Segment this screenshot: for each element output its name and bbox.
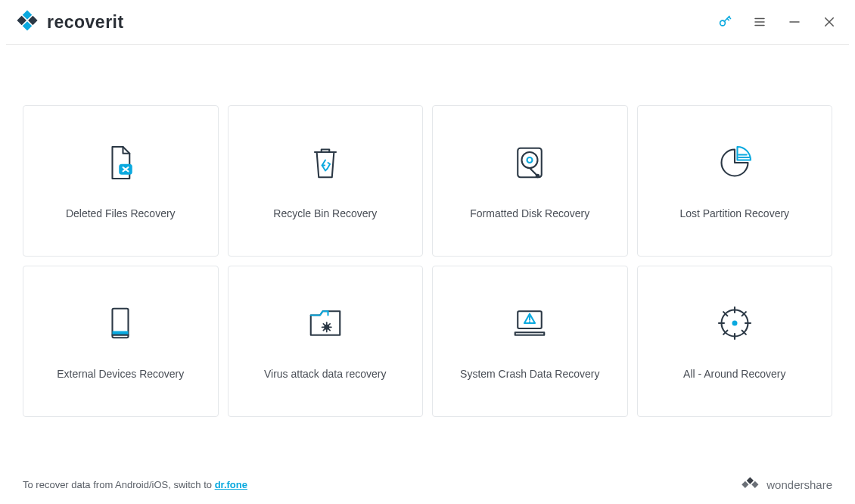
menu-button[interactable] <box>752 14 767 30</box>
svg-point-14 <box>527 157 533 163</box>
compass-icon <box>714 297 756 350</box>
partition-pie-icon <box>714 136 756 189</box>
disk-icon <box>508 136 551 189</box>
card-deleted-files[interactable]: Deleted Files Recovery <box>23 105 219 257</box>
window-controls <box>717 14 837 30</box>
close-button[interactable] <box>822 14 837 30</box>
card-lost-partition[interactable]: Lost Partition Recovery <box>637 105 833 257</box>
card-label: Lost Partition Recovery <box>679 207 789 219</box>
crash-laptop-icon <box>508 297 551 350</box>
card-virus-attack[interactable]: Virus attack data recovery <box>228 266 424 417</box>
card-system-crash[interactable]: System Crash Data Recovery <box>432 266 628 417</box>
company-brand: wondershare <box>741 476 832 493</box>
card-all-around[interactable]: All - Around Recovery <box>637 266 833 417</box>
device-icon <box>99 297 141 350</box>
svg-point-28 <box>529 321 530 322</box>
card-label: Recycle Bin Recovery <box>273 207 377 219</box>
minimize-button[interactable] <box>787 14 802 30</box>
recycle-bin-icon <box>304 136 347 189</box>
brand-name: recoverit <box>47 12 124 33</box>
logo-icon <box>15 8 39 36</box>
card-label: System Crash Data Recovery <box>460 368 599 380</box>
recovery-options-grid: Deleted Files Recovery Recycle Bin Recov… <box>0 45 855 417</box>
activate-key-button[interactable] <box>717 14 732 30</box>
app-header: recoverit <box>0 0 855 44</box>
card-external-devices[interactable]: External Devices Recovery <box>23 266 219 417</box>
wondershare-logo-icon <box>741 476 760 493</box>
svg-point-15 <box>536 175 539 178</box>
card-label: All - Around Recovery <box>683 368 785 380</box>
card-label: External Devices Recovery <box>57 368 184 380</box>
card-label: Formatted Disk Recovery <box>470 207 589 219</box>
footer-note: To recover data from Android/iOS, switch… <box>23 479 247 490</box>
brand: recoverit <box>15 8 124 36</box>
svg-rect-41 <box>752 481 759 488</box>
card-formatted-disk[interactable]: Formatted Disk Recovery <box>432 105 628 257</box>
drfone-link[interactable]: dr.fone <box>215 479 247 490</box>
footer-prefix: To recover data from Android/iOS, switch… <box>23 479 212 490</box>
card-recycle-bin[interactable]: Recycle Bin Recovery <box>228 105 424 257</box>
virus-folder-icon <box>304 297 347 350</box>
footer: To recover data from Android/iOS, switch… <box>0 476 855 493</box>
svg-point-38 <box>732 321 737 326</box>
svg-point-13 <box>522 152 538 168</box>
card-label: Deleted Files Recovery <box>66 207 176 219</box>
file-x-icon <box>99 136 141 189</box>
svg-rect-39 <box>742 481 749 488</box>
svg-rect-40 <box>747 478 754 484</box>
company-name: wondershare <box>766 478 832 491</box>
card-label: Virus attack data recovery <box>264 368 387 380</box>
